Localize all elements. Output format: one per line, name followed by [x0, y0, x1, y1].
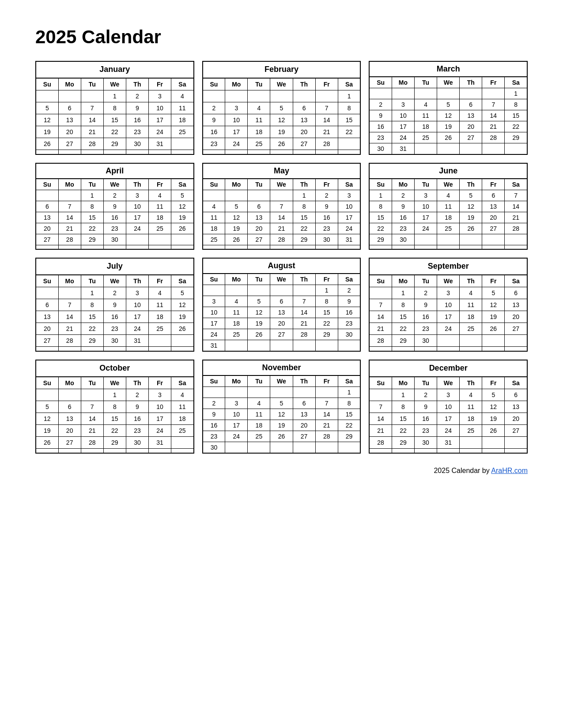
day-header-su: Su — [203, 274, 225, 285]
calendar-day — [148, 335, 171, 347]
calendar-day: 10 — [225, 409, 248, 420]
calendar-day — [103, 150, 126, 154]
calendar-day: 17 — [415, 212, 437, 223]
calendar-day — [36, 347, 58, 351]
calendar-day: 25 — [203, 234, 225, 245]
calendar-day: 31 — [148, 437, 171, 449]
calendar-day: 21 — [482, 121, 505, 132]
calendar-day: 15 — [338, 409, 360, 420]
calendar-day: 14 — [293, 307, 315, 318]
day-header-tu: Tu — [248, 179, 270, 190]
calendar-day: 6 — [58, 102, 81, 114]
calendar-day: 16 — [103, 212, 126, 223]
day-header-su: Su — [36, 275, 58, 287]
calendar-day: 22 — [103, 425, 126, 437]
calendar-day: 8 — [392, 299, 414, 311]
calendar-day — [225, 340, 248, 352]
calendar-day: 9 — [369, 110, 392, 121]
calendar-day — [460, 437, 482, 449]
calendar-day: 1 — [369, 190, 392, 201]
calendar-day: 27 — [505, 323, 527, 335]
month-calendar-may: MaySuMoTuWeThFrSa12345678910111213141516… — [202, 163, 361, 250]
calendar-day: 8 — [81, 201, 103, 212]
calendar-day: 26 — [248, 329, 270, 340]
calendar-day — [482, 347, 505, 351]
calendar-day: 19 — [437, 121, 460, 132]
calendar-day — [171, 449, 194, 453]
calendar-day: 19 — [482, 311, 505, 323]
calendar-day: 25 — [148, 323, 171, 335]
calendar-day: 26 — [171, 323, 194, 335]
calendar-day — [81, 90, 103, 102]
calendar-day: 9 — [103, 201, 126, 212]
calendar-day — [171, 150, 194, 154]
calendar-day: 7 — [58, 201, 81, 212]
day-header-mo: Mo — [225, 78, 248, 90]
day-header-fr: Fr — [148, 179, 171, 190]
calendar-day: 17 — [203, 318, 225, 329]
footer-link[interactable]: AraHR.com — [491, 467, 528, 474]
calendar-day: 9 — [315, 201, 338, 212]
day-header-su: Su — [203, 78, 225, 90]
calendar-day: 3 — [415, 190, 437, 201]
calendar-day: 4 — [148, 190, 171, 201]
calendar-day — [36, 449, 58, 453]
calendar-day — [171, 138, 194, 150]
calendar-day: 7 — [315, 398, 338, 409]
calendar-day: 6 — [293, 398, 315, 409]
calendar-day: 8 — [392, 401, 414, 413]
calendar-day: 23 — [415, 323, 437, 335]
calendar-day: 13 — [36, 212, 58, 223]
calendar-day: 8 — [338, 102, 360, 114]
calendar-day: 10 — [203, 307, 225, 318]
calendar-day — [482, 88, 505, 99]
calendar-day: 12 — [482, 401, 505, 413]
day-header-sa: Sa — [505, 275, 527, 287]
calendar-day — [58, 190, 81, 201]
calendar-day — [171, 234, 194, 245]
calendar-day: 29 — [81, 234, 103, 245]
calendar-day: 20 — [36, 323, 58, 335]
calendar-day — [225, 285, 248, 296]
day-header-mo: Mo — [392, 77, 414, 88]
calendar-day — [369, 287, 392, 299]
calendar-day: 1 — [338, 387, 360, 398]
calendar-day — [415, 347, 437, 351]
calendar-day — [203, 285, 225, 296]
day-header-mo: Mo — [225, 375, 248, 387]
calendar-day: 13 — [58, 114, 81, 126]
calendar-day: 6 — [505, 389, 527, 401]
calendar-day: 26 — [36, 138, 58, 150]
calendar-day: 4 — [148, 287, 171, 299]
calendar-day: 8 — [338, 398, 360, 409]
calendar-day — [315, 90, 338, 102]
calendar-day: 12 — [482, 299, 505, 311]
calendar-day: 20 — [505, 311, 527, 323]
calendar-day — [505, 143, 527, 155]
calendar-day: 21 — [369, 323, 392, 335]
day-header-th: Th — [460, 179, 482, 190]
day-header-tu: Tu — [81, 377, 103, 389]
day-header-we: We — [103, 78, 126, 90]
calendar-day — [338, 442, 360, 454]
calendar-day: 8 — [81, 299, 103, 311]
calendar-day: 28 — [482, 132, 505, 143]
calendar-day: 30 — [369, 143, 392, 155]
calendar-day: 8 — [505, 99, 527, 110]
calendar-day: 12 — [460, 201, 482, 212]
calendar-day — [338, 245, 360, 250]
calendar-day: 30 — [392, 234, 414, 245]
calendar-day: 2 — [392, 190, 414, 201]
day-header-we: We — [437, 275, 460, 287]
calendar-day — [126, 234, 148, 245]
calendar-day: 20 — [58, 425, 81, 437]
calendar-day: 7 — [369, 299, 392, 311]
calendar-day: 12 — [270, 409, 293, 420]
calendar-day — [225, 442, 248, 454]
calendar-day — [148, 245, 171, 250]
calendar-day: 8 — [293, 201, 315, 212]
calendar-day: 9 — [203, 409, 225, 420]
day-header-tu: Tu — [248, 375, 270, 387]
calendar-day: 18 — [248, 420, 270, 431]
calendar-day — [148, 347, 171, 351]
